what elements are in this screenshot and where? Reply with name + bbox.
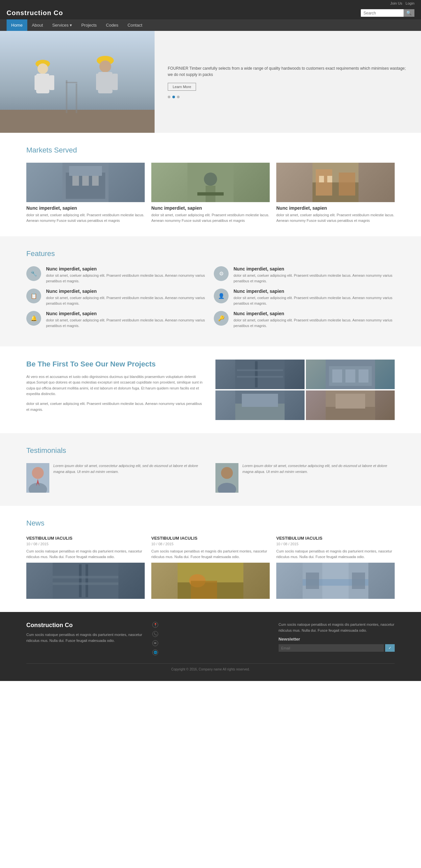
svg-rect-1	[0, 110, 155, 133]
footer-links: 📍 📞 ✉ 🌐	[152, 622, 269, 657]
new-projects-body2: dolor sit amet, coeluer adipiscing elit.…	[26, 401, 205, 412]
news-image-3	[276, 563, 395, 599]
svg-rect-13	[76, 84, 77, 113]
feature-title-2: Nunc imperdiet, sapien	[233, 266, 395, 272]
news-title-1: VESTIBULUM IACULIS	[26, 536, 145, 541]
feature-text-3: Nunc imperdiet, sapien dolor sit amet, c…	[46, 288, 207, 306]
project-img-2	[306, 360, 395, 389]
newsletter-submit[interactable]: ✓	[385, 644, 395, 652]
svg-rect-18	[72, 176, 79, 186]
nav-contact[interactable]: Contact	[123, 20, 147, 31]
news-item-3: VESTIBULUM IACULIS 10 / 08 / 2015 Cum so…	[276, 536, 395, 599]
projects-image-grid	[216, 360, 395, 420]
search-button[interactable]: 🔍	[403, 9, 414, 17]
nav-projects[interactable]: Projects	[77, 20, 101, 31]
testimonials-grid: Lorem ipsum dolor sit amet, consectetur …	[26, 463, 395, 493]
hero-dot-1[interactable]	[168, 96, 170, 98]
project-img-1	[216, 360, 305, 389]
features-title: Features	[26, 249, 395, 258]
news-date-1: 10 / 08 / 2015	[26, 542, 145, 546]
footer-link-icon-3: ✉	[152, 640, 269, 648]
svg-rect-6	[49, 75, 54, 90]
market-image-1	[26, 163, 145, 202]
nav-home[interactable]: Home	[7, 20, 27, 31]
search-input[interactable]	[361, 9, 403, 17]
testimonial-text-1: Lorem ipsum dolor sit amet, consectetur …	[53, 463, 205, 474]
news-date-2: 10 / 08 / 2015	[151, 542, 270, 546]
feature-icon-3: 📋	[26, 288, 41, 303]
copyright-text: Copyright © 2016, Company name All right…	[171, 668, 250, 671]
svg-point-3	[37, 63, 48, 74]
feature-item-3: 📋 Nunc imperdiet, sapien dolor sit amet,…	[26, 288, 207, 306]
join-us-link[interactable]: Join Us	[390, 1, 402, 5]
svg-rect-28	[339, 173, 355, 195]
svg-point-8	[99, 60, 111, 72]
nav-services[interactable]: Services ▾	[48, 20, 77, 31]
svg-rect-14	[66, 82, 77, 83]
search-box[interactable]: 🔍	[361, 9, 414, 17]
footer-bottom: Copyright © 2016, Company name All right…	[26, 663, 395, 671]
newsletter-form: ✓	[279, 644, 395, 652]
feature-desc-6: dolor sit amet, coeluer adipiscing elit.…	[233, 317, 395, 328]
footer-link-icon-1: 📍	[152, 622, 269, 629]
feature-title-4: Nunc imperdiet, sapien	[233, 288, 395, 294]
news-image-2	[151, 563, 270, 599]
feature-text-1: Nunc imperdiet, sapien dolor sit amet, c…	[46, 266, 207, 284]
hero-image	[0, 31, 155, 133]
site-title: Construction Co	[7, 9, 63, 17]
project-img-3	[216, 391, 305, 420]
testimonials-title: Testimonials	[26, 446, 395, 455]
feature-title-6: Nunc imperdiet, sapien	[233, 311, 395, 316]
footer-brand-desc: Cum sociis natoque penatibus et magnis d…	[26, 632, 142, 644]
feature-item-2: ⚙ Nunc imperdiet, sapien dolor sit amet,…	[214, 266, 395, 284]
feature-icon-2: ⚙	[214, 266, 229, 281]
svg-rect-29	[319, 176, 324, 182]
feature-text-6: Nunc imperdiet, sapien dolor sit amet, c…	[233, 311, 395, 328]
feature-title-5: Nunc imperdiet, sapien	[46, 311, 207, 316]
svg-rect-5	[34, 75, 39, 90]
news-date-3: 10 / 08 / 2015	[276, 542, 395, 546]
svg-rect-61	[191, 581, 217, 599]
svg-rect-45	[335, 394, 365, 408]
nav-codes[interactable]: Codes	[101, 20, 123, 31]
new-projects-title: Be The First To See Our New Projects	[26, 360, 205, 369]
svg-rect-44	[326, 407, 375, 420]
svg-rect-11	[112, 73, 118, 90]
hero-dot-3[interactable]	[177, 96, 179, 98]
main-nav: Home About Services ▾ Projects Codes Con…	[0, 20, 421, 31]
nav-about[interactable]: About	[27, 20, 48, 31]
svg-rect-32	[255, 361, 257, 388]
testimonial-avatar-1	[26, 463, 49, 493]
hero-dot-2[interactable]	[172, 96, 175, 98]
news-item-2: VESTIBULUM IACULIS 10 / 08 / 2015 Cum so…	[151, 536, 270, 599]
market-desc-1: dolor sit amet, coeluer adipiscing elit.…	[26, 212, 145, 223]
svg-point-22	[204, 173, 217, 186]
news-grid: VESTIBULUM IACULIS 10 / 08 / 2015 Cum so…	[26, 536, 395, 599]
svg-rect-66	[352, 572, 365, 589]
testimonial-avatar-2	[216, 463, 238, 493]
footer-right-desc: Cum sociis natoque penatibus et magnis d…	[279, 622, 395, 633]
learn-more-button[interactable]: Learn More	[168, 83, 196, 91]
markets-section: Markets Served Nunc imperdiet, sapien do…	[0, 133, 421, 236]
social-icon: 🌐	[152, 649, 158, 655]
market-title-1: Nunc imperdiet, sapien	[26, 206, 145, 211]
svg-rect-31	[235, 360, 284, 389]
feature-desc-5: dolor sit amet, coeluer adipiscing elit.…	[46, 317, 207, 328]
project-img-4	[306, 391, 395, 420]
svg-rect-56	[53, 576, 118, 579]
hero-content: FOURNIER Timber carefully selects from a…	[155, 31, 421, 133]
feature-icon-5: 🔔	[26, 311, 41, 326]
new-projects-section: Be The First To See Our New Projects At …	[0, 346, 421, 433]
testimonial-1: Lorem ipsum dolor sit amet, consectetur …	[26, 463, 205, 493]
features-grid: 🔧 Nunc imperdiet, sapien dolor sit amet,…	[26, 266, 395, 333]
newsletter-input[interactable]	[279, 644, 384, 652]
login-link[interactable]: Login	[405, 1, 414, 5]
news-desc-1: Cum sociis natoque penatibus et magnis d…	[26, 549, 145, 559]
svg-rect-17	[69, 166, 102, 176]
news-image-1	[26, 563, 145, 599]
feature-item-1: 🔧 Nunc imperdiet, sapien dolor sit amet,…	[26, 266, 207, 284]
svg-rect-42	[242, 394, 278, 407]
features-section: Features 🔧 Nunc imperdiet, sapien dolor …	[0, 236, 421, 346]
feature-icon-1: 🔧	[26, 266, 41, 281]
market-title-3: Nunc imperdiet, sapien	[276, 206, 395, 211]
